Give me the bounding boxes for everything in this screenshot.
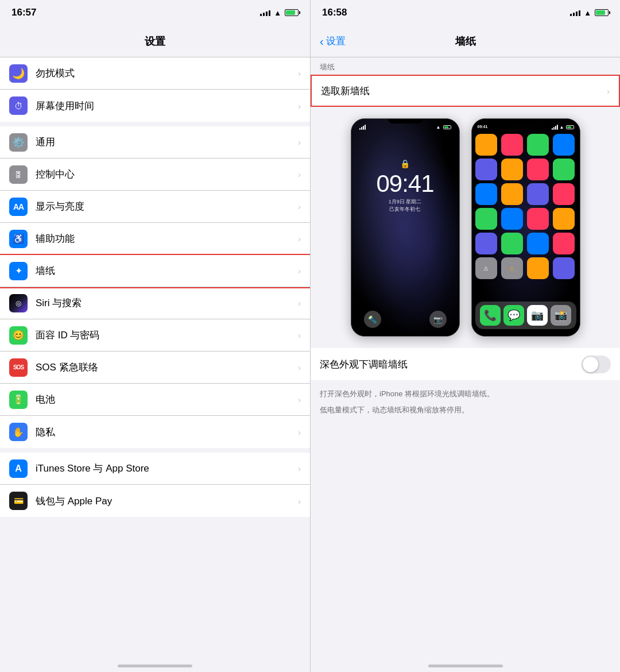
chevron-icon: › [607,86,610,96]
do-not-disturb-icon: 🌙 [9,64,28,83]
row-do-not-disturb[interactable]: 🌙 勿扰模式 › [0,57,310,90]
app-icon [475,183,497,205]
dark-mode-label: 深色外观下调暗墙纸 [320,358,582,371]
battery-icon [595,9,609,16]
desc-2: 低电量模式下，动态墙纸和视角缩放将停用。 [320,404,611,416]
chevron-icon: › [298,464,301,473]
app-icon [553,233,575,254]
back-button[interactable]: ‹ 设置 [320,34,346,48]
app-icon [527,134,549,156]
wallpaper-previews: ▲ 🔒 09:41 1月9日 星期二 己亥年冬初七 🔦 📷 [311,107,620,348]
row-privacy[interactable]: ✋ 隐私 › [0,416,310,448]
row-battery[interactable]: 🔋 电池 › [0,384,310,416]
battery-label: 电池 [36,393,293,406]
home-indicator [0,652,310,672]
app-icon [527,257,549,279]
battery-row-icon: 🔋 [9,391,28,409]
display-icon: AA [9,198,28,216]
screen-time-icon: ⏱ [9,96,28,115]
app-icon [553,183,575,205]
app-icon [553,134,575,156]
choose-wallpaper-row[interactable]: 选取新墙纸 › [311,75,620,107]
accessibility-icon: ♿ [9,230,28,248]
control-center-icon: 🎛 [9,165,28,184]
dark-mode-toggle[interactable] [582,356,611,373]
row-sos[interactable]: SOS SOS 紧急联络 › [0,352,310,384]
row-general[interactable]: ⚙️ 通用 › [0,126,310,159]
camera-icon: 📷 [429,311,447,328]
siri-label: Siri 与搜索 [36,296,293,310]
chevron-icon: › [298,395,301,404]
app-icon [501,159,523,180]
right-time: 16:58 [322,7,347,18]
spacer [0,122,310,126]
row-wallpaper[interactable]: ✦ 墙纸 › [0,255,310,287]
hs-signal-icon [552,125,558,130]
left-status-bar: 16:57 ▲ [0,0,310,25]
flashlight-icon: 🔦 [364,311,381,328]
accessibility-label: 辅助功能 [36,232,293,245]
app-icon [527,208,549,230]
wallet-icon: 💳 [9,492,28,510]
homescreen-status: 09:41 ▲ [472,125,580,130]
right-nav-title: 墙纸 [455,34,476,48]
row-siri[interactable]: ◎ Siri 与搜索 › [0,287,310,319]
app-grid: ⚠ ⚠ [475,134,576,279]
app-icon [475,208,497,230]
chevron-icon: › [298,496,301,506]
lockscreen-bottom: 🔦 📷 [351,311,459,328]
left-nav-title: 设置 [145,34,165,48]
ls-wifi-icon: ▲ [436,125,441,130]
row-faceid[interactable]: 😊 面容 ID 与密码 › [0,319,310,352]
left-status-icons: ▲ [260,9,299,17]
right-nav-bar: ‹ 设置 墙纸 [311,25,620,57]
dock: 📞 💬 📷 📸 [475,302,576,329]
ls-signal-icon [359,125,366,130]
row-wallet[interactable]: 💳 钱包与 Apple Pay › [0,485,310,517]
chevron-icon: › [298,298,301,308]
hs-wifi-icon: ▲ [560,125,564,130]
app-icon [527,183,549,205]
hs-time: 09:41 [478,125,488,130]
left-time: 16:57 [11,7,36,18]
messages-dock-icon: 💬 [503,305,524,326]
app-icon [527,159,549,180]
faceid-label: 面容 ID 与密码 [36,329,293,342]
app-icon [501,134,523,156]
app-icon [527,233,549,254]
siri-icon: ◎ [9,294,28,312]
row-itunes[interactable]: A iTunes Store 与 App Store › [0,453,310,485]
signal-icon [260,9,270,16]
row-control-center[interactable]: 🎛 控制中心 › [0,159,310,191]
wifi-icon: ▲ [584,9,591,17]
privacy-label: 隐私 [36,426,293,439]
chevron-icon: › [298,330,301,340]
app-icon [501,233,523,254]
right-home-indicator [311,652,620,672]
app-icon [553,208,575,230]
chevron-icon: › [298,427,301,437]
homescreen-preview[interactable]: 09:41 ▲ [471,118,580,337]
phone-dock-icon: 📞 [480,305,501,326]
signal-icon [570,9,580,16]
lockscreen-preview[interactable]: ▲ 🔒 09:41 1月9日 星期二 己亥年冬初七 🔦 📷 [351,118,460,337]
general-icon: ⚙️ [9,133,28,152]
battery-icon [285,9,299,16]
row-display[interactable]: AA 显示与亮度 › [0,191,310,223]
photos-dock-icon: 📷 [527,305,548,326]
lockscreen-status: ▲ [351,125,459,130]
row-screen-time[interactable]: ⏱ 屏幕使用时间 › [0,90,310,122]
sos-label: SOS 紧急联络 [36,361,293,374]
choose-wallpaper-label: 选取新墙纸 [321,84,602,98]
settings-section-2: ⚙️ 通用 › 🎛 控制中心 › AA 显示与亮度 › ♿ 辅助功能 › ✦ [0,126,310,448]
app-icon [553,257,575,279]
sos-icon: SOS [9,358,28,377]
chevron-icon: › [298,234,301,244]
row-accessibility[interactable]: ♿ 辅助功能 › [0,223,310,255]
left-settings-list: 🌙 勿扰模式 › ⏱ 屏幕使用时间 › ⚙️ 通用 › 🎛 控制中心 › [0,57,310,652]
back-label: 设置 [326,34,346,48]
settings-section-1: 🌙 勿扰模式 › ⏱ 屏幕使用时间 › [0,57,310,122]
wallpaper-icon: ✦ [9,262,28,280]
app-icon [475,159,497,180]
description-box: 打开深色外观时，iPhone 将根据环境光线调暗墙纸。 低电量模式下，动态墙纸和… [311,380,620,428]
